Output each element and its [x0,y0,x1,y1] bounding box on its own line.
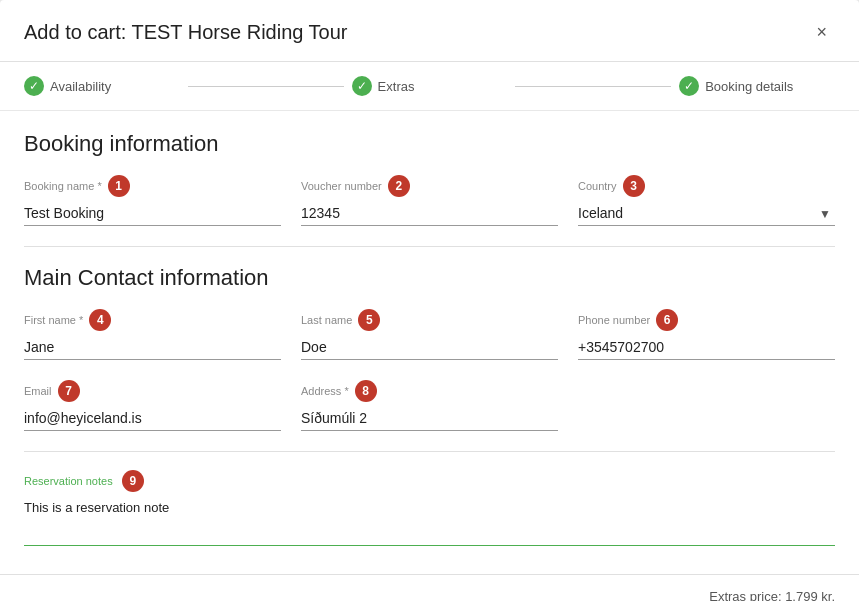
step-extras: ✓ Extras [352,76,508,96]
email-group: Email 7 [24,380,281,431]
voucher-group: Voucher number 2 [301,175,558,226]
step-divider-1 [188,86,344,87]
voucher-input[interactable] [301,201,558,226]
address-badge: 8 [355,380,377,402]
country-select[interactable]: Iceland [578,201,835,226]
empty-group [578,380,835,431]
pricing-section: Extras price: 1.799 kr. Activity: 2.600 … [709,589,835,601]
section-divider-1 [24,246,835,247]
section-divider-2 [24,451,835,452]
modal-body: Booking information Booking name * 1 Vou… [0,111,859,574]
modal-footer: ‹ Back Extras price: 1.799 kr. Activity:… [0,574,859,601]
booking-info-title: Booking information [24,131,835,157]
booking-name-label: Booking name * 1 [24,175,281,197]
phone-badge: 6 [656,309,678,331]
notes-group: Reservation notes 9 This is a reservatio… [24,470,835,546]
country-group: Country 3 Iceland ▼ [578,175,835,226]
step-availability: ✓ Availability [24,76,180,96]
voucher-badge: 2 [388,175,410,197]
first-name-group: First name * 4 [24,309,281,360]
phone-label: Phone number 6 [578,309,835,331]
last-name-label: Last name 5 [301,309,558,331]
contact-row-2: Email 7 Address * 8 [24,380,835,431]
first-name-badge: 4 [89,309,111,331]
step-label-availability: Availability [50,79,111,94]
contact-row-1: First name * 4 Last name 5 Phone number [24,309,835,360]
booking-info-row-1: Booking name * 1 Voucher number 2 [24,175,835,226]
booking-name-badge: 1 [108,175,130,197]
close-button[interactable]: × [808,18,835,47]
email-label: Email 7 [24,380,281,402]
extras-price-line: Extras price: 1.799 kr. [709,589,835,601]
step-label-extras: Extras [378,79,415,94]
step-check-availability: ✓ [24,76,44,96]
notes-badge: 9 [122,470,144,492]
contact-info-title: Main Contact information [24,265,835,291]
address-group: Address * 8 [301,380,558,431]
voucher-label: Voucher number 2 [301,175,558,197]
phone-input[interactable] [578,335,835,360]
step-check-booking: ✓ [679,76,699,96]
address-label: Address * 8 [301,380,558,402]
notes-textarea[interactable]: This is a reservation note [24,496,835,546]
country-badge: 3 [623,175,645,197]
first-name-input[interactable] [24,335,281,360]
step-divider-2 [515,86,671,87]
contact-info-section: Main Contact information First name * 4 … [24,265,835,431]
phone-group: Phone number 6 [578,309,835,360]
last-name-input[interactable] [301,335,558,360]
steps-bar: ✓ Availability ✓ Extras ✓ Booking detail… [0,62,859,111]
email-input[interactable] [24,406,281,431]
email-badge: 7 [58,380,80,402]
booking-info-section: Booking information Booking name * 1 Vou… [24,131,835,226]
first-name-label: First name * 4 [24,309,281,331]
booking-name-group: Booking name * 1 [24,175,281,226]
address-input[interactable] [301,406,558,431]
footer-right: Extras price: 1.799 kr. Activity: 2.600 … [548,589,835,601]
modal-title: Add to cart: TEST Horse Riding Tour [24,21,348,44]
step-check-extras: ✓ [352,76,372,96]
last-name-group: Last name 5 [301,309,558,360]
last-name-badge: 5 [358,309,380,331]
step-booking-details: ✓ Booking details [679,76,835,96]
country-select-wrapper: Iceland ▼ [578,201,835,226]
modal: Add to cart: TEST Horse Riding Tour × ✓ … [0,0,859,601]
modal-header: Add to cart: TEST Horse Riding Tour × [0,0,859,62]
booking-name-input[interactable] [24,201,281,226]
notes-label: Reservation notes 9 [24,470,835,492]
step-label-booking: Booking details [705,79,793,94]
country-label: Country 3 [578,175,835,197]
